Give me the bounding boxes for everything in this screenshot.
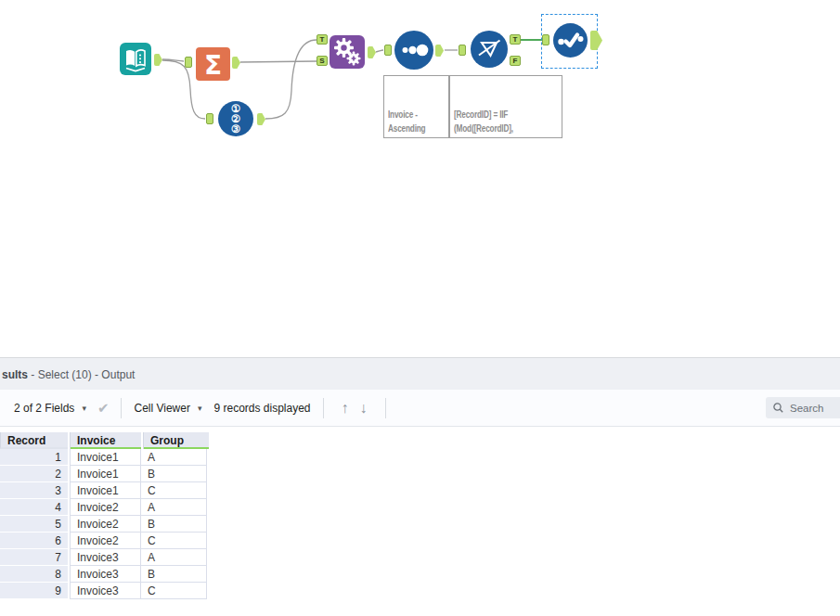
- table-row[interactable]: 4Invoice2A: [0, 499, 211, 516]
- results-table: Record Invoice Group 1Invoice1A2Invoice1…: [0, 432, 211, 599]
- group-cell[interactable]: C: [141, 533, 207, 549]
- table-body: 1Invoice1A2Invoice1B3Invoice1C4Invoice2A…: [0, 449, 211, 599]
- arrow-up-icon[interactable]: ↑: [342, 400, 349, 417]
- group-cell[interactable]: C: [141, 482, 207, 499]
- toolbar-separator: [385, 398, 386, 418]
- summarize-input-anchor[interactable]: [185, 57, 192, 68]
- record-number-cell[interactable]: 9: [0, 583, 68, 599]
- invoice-cell[interactable]: Invoice1: [70, 466, 141, 482]
- cell-viewer-label: Cell Viewer: [134, 402, 189, 415]
- chevron-down-icon: ▾: [198, 404, 202, 413]
- filter-false-anchor[interactable]: F: [510, 56, 521, 66]
- filter-true-anchor[interactable]: T: [510, 34, 521, 45]
- invoice-cell[interactable]: Invoice3: [70, 566, 141, 583]
- invoice-cell[interactable]: Invoice3: [70, 583, 141, 599]
- group-cell[interactable]: A: [141, 449, 207, 466]
- filter-annotation-text: [RecordID] = IIF (Mod([RecordID], 3) = 0…: [454, 108, 558, 138]
- record-number-cell[interactable]: 2: [0, 466, 68, 482]
- arrow-down-icon[interactable]: ↓: [360, 400, 368, 417]
- results-title-path: - Select (10) - Output: [28, 368, 135, 381]
- record-number-cell[interactable]: 4: [0, 499, 68, 516]
- sort-input-anchor[interactable]: [384, 45, 392, 56]
- group-cell[interactable]: C: [141, 583, 207, 599]
- sort-annotation-text: Invoice - Ascending Source_Group - Ascen…: [388, 108, 445, 138]
- results-panel: sults - Select (10) - Output 2 of 2 Fiel…: [0, 357, 840, 616]
- table-row[interactable]: 2Invoice1B: [0, 466, 211, 482]
- search-input[interactable]: [788, 402, 838, 415]
- toolbar-separator: [323, 398, 324, 418]
- results-toolbar: 2 of 2 Fields ▾ ✔ Cell Viewer ▾ 9 record…: [0, 390, 840, 427]
- column-header-record[interactable]: Record: [0, 432, 68, 449]
- record-number-cell[interactable]: 8: [0, 566, 68, 583]
- table-row[interactable]: 1Invoice1A: [0, 449, 211, 466]
- toolbar-separator: [121, 398, 122, 418]
- search-icon: [773, 403, 783, 413]
- filter-input-anchor[interactable]: [459, 45, 466, 56]
- append-target-anchor[interactable]: T: [317, 34, 328, 45]
- fields-summary-label: 2 of 2 Fields: [14, 402, 74, 415]
- circled-one-icon: ①: [231, 104, 240, 114]
- sigma-icon: Σ: [204, 50, 222, 81]
- group-cell[interactable]: B: [141, 466, 207, 482]
- records-displayed-label: 9 records displayed: [213, 402, 310, 415]
- group-cell[interactable]: B: [141, 566, 207, 583]
- workflow-canvas[interactable]: Σ ① ② ③ T S: [0, 0, 840, 357]
- alteryx-designer-window: Σ ① ② ③ T S: [0, 0, 840, 616]
- record-number-cell[interactable]: 5: [0, 516, 68, 533]
- recordid-input-anchor[interactable]: [206, 113, 213, 124]
- record-id-tool[interactable]: ① ② ③: [218, 101, 253, 136]
- circled-two-icon: ②: [231, 114, 240, 124]
- select-input-anchor[interactable]: [542, 34, 549, 45]
- record-number-cell[interactable]: 3: [0, 482, 68, 499]
- table-row[interactable]: 5Invoice2B: [0, 516, 211, 533]
- search-box[interactable]: [766, 397, 840, 418]
- sort-tool[interactable]: [394, 31, 433, 70]
- circled-three-icon: ③: [231, 124, 240, 135]
- table-row[interactable]: 3Invoice1C: [0, 482, 211, 499]
- select-tool[interactable]: [553, 23, 588, 58]
- sort-annotation[interactable]: Invoice - Ascending Source_Group - Ascen…: [383, 75, 449, 138]
- column-header-invoice[interactable]: Invoice: [70, 432, 141, 449]
- invoice-cell[interactable]: Invoice3: [70, 549, 141, 566]
- filter-tool[interactable]: [471, 31, 508, 68]
- record-number-cell[interactable]: 7: [0, 549, 68, 566]
- summarize-tool[interactable]: Σ: [196, 47, 230, 81]
- invoice-cell[interactable]: Invoice2: [70, 499, 141, 516]
- input-data-tool[interactable]: [120, 43, 151, 75]
- cell-viewer-dropdown[interactable]: Cell Viewer ▾: [134, 402, 201, 415]
- fields-dropdown[interactable]: 2 of 2 Fields ▾: [14, 402, 86, 415]
- column-header-group[interactable]: Group: [143, 432, 209, 449]
- invoice-cell[interactable]: Invoice1: [70, 482, 141, 499]
- checkmark-icon[interactable]: ✔: [97, 400, 110, 417]
- group-cell[interactable]: A: [141, 549, 207, 566]
- results-panel-header: sults - Select (10) - Output: [0, 357, 840, 390]
- group-cell[interactable]: B: [141, 516, 207, 533]
- invoice-cell[interactable]: Invoice2: [70, 533, 141, 549]
- results-title: sults: [2, 368, 28, 381]
- results-table-header: Record Invoice Group: [0, 432, 211, 449]
- invoice-cell[interactable]: Invoice2: [70, 516, 141, 533]
- record-number-cell[interactable]: 6: [0, 533, 68, 549]
- table-row[interactable]: 7Invoice3A: [0, 549, 211, 566]
- invoice-cell[interactable]: Invoice1: [70, 449, 141, 466]
- record-number-cell[interactable]: 1: [0, 449, 68, 466]
- table-row[interactable]: 9Invoice3C: [0, 583, 211, 599]
- append-source-anchor[interactable]: S: [317, 56, 328, 66]
- table-row[interactable]: 6Invoice2C: [0, 533, 211, 549]
- chevron-down-icon: ▾: [82, 404, 86, 413]
- filter-annotation[interactable]: [RecordID] = IIF (Mod([RecordID], 3) = 0…: [449, 75, 562, 138]
- group-cell[interactable]: A: [141, 499, 207, 516]
- append-fields-tool[interactable]: [330, 35, 365, 69]
- table-row[interactable]: 8Invoice3B: [0, 566, 211, 583]
